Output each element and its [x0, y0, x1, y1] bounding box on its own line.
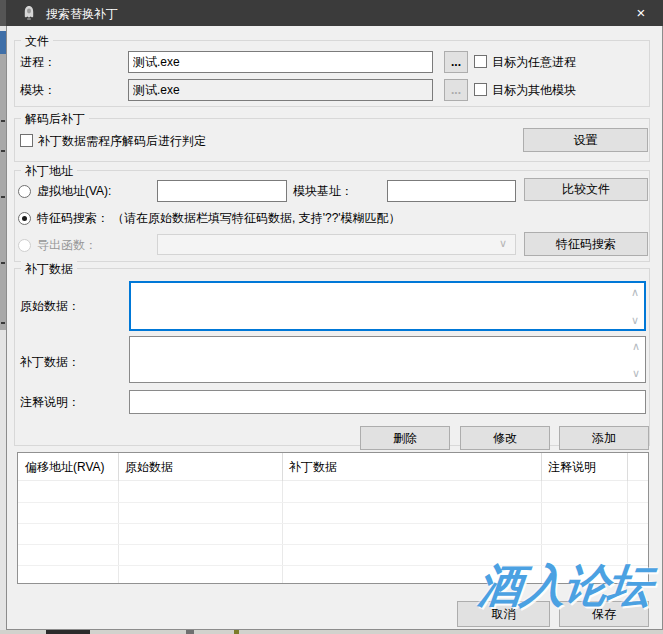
cancel-button[interactable]: 取消 — [457, 601, 550, 627]
scroll-down-icon[interactable]: ∨ — [632, 368, 640, 378]
module-label: 模块： — [20, 80, 56, 100]
patch-list-table[interactable]: 偏移地址(RVA) 原始数据 补丁数据 注释说明 — [17, 452, 649, 584]
scroll-up-icon[interactable]: ∧ — [632, 341, 640, 351]
save-button[interactable]: 保存 — [559, 601, 649, 627]
column-header-patch[interactable]: 补丁数据 — [282, 453, 541, 481]
add-button[interactable]: 添加 — [559, 426, 649, 450]
chevron-down-icon: ∨ — [499, 237, 507, 250]
signature-hint: （请在原始数据栏填写特征码数据, 支持'??'模糊匹配） — [112, 208, 401, 228]
modify-button[interactable]: 修改 — [460, 426, 550, 450]
other-module-checkbox[interactable] — [474, 83, 487, 96]
scroll-down-icon[interactable]: ∨ — [631, 315, 639, 325]
desktop: 搜索替换补丁 × 文件 进程： ... 目标为任意进程 模块： ... 目标为其… — [0, 0, 663, 634]
decode-checkbox[interactable] — [20, 134, 33, 147]
compare-file-button[interactable]: 比较文件 — [524, 178, 648, 201]
process-browse-button[interactable]: ... — [444, 51, 468, 73]
signature-label[interactable]: 特征码搜索： — [37, 208, 109, 228]
module-input — [128, 79, 433, 101]
decode-group-title: 解码后补丁 — [21, 111, 89, 128]
any-process-checkbox[interactable] — [474, 55, 487, 68]
app-icon — [21, 5, 37, 21]
other-module-label[interactable]: 目标为其他模块 — [492, 80, 576, 100]
original-data-label: 原始数据： — [20, 296, 80, 316]
any-process-label[interactable]: 目标为任意进程 — [492, 52, 576, 72]
original-data-textarea[interactable]: ∧ ∨ — [129, 281, 646, 331]
window-title: 搜索替换补丁 — [46, 6, 118, 23]
address-group-title: 补丁地址 — [21, 163, 77, 180]
column-header-rva[interactable]: 偏移地址(RVA) — [18, 453, 118, 481]
export-func-dropdown: ∨ — [157, 234, 516, 255]
comment-label: 注释说明： — [20, 392, 80, 412]
background-window-bottom-sliver — [0, 630, 663, 634]
table-header: 偏移地址(RVA) 原始数据 补丁数据 注释说明 — [18, 453, 648, 481]
patch-data-group-title: 补丁数据 — [21, 261, 77, 278]
column-header-comment[interactable]: 注释说明 — [541, 453, 627, 481]
close-icon[interactable]: × — [631, 3, 651, 23]
va-input[interactable] — [157, 180, 287, 202]
settings-button[interactable]: 设置 — [523, 128, 648, 152]
patch-data-textarea[interactable]: ∧ ∨ — [129, 336, 646, 383]
title-bar[interactable]: 搜索替换补丁 × — [6, 0, 663, 26]
column-header-original[interactable]: 原始数据 — [118, 453, 282, 481]
signature-search-button[interactable]: 特征码搜索 — [524, 232, 648, 256]
va-label[interactable]: 虚拟地址(VA): — [37, 181, 111, 201]
decode-checkbox-label[interactable]: 补丁数据需程序解码后进行判定 — [38, 131, 206, 151]
process-input[interactable] — [128, 51, 433, 73]
comment-input[interactable] — [129, 390, 646, 414]
scroll-up-icon[interactable]: ∧ — [631, 287, 639, 297]
patch-data-label: 补丁数据： — [20, 352, 80, 372]
module-base-label: 模块基址： — [293, 181, 353, 201]
va-radio[interactable] — [18, 185, 31, 198]
export-func-radio — [18, 239, 31, 252]
export-func-label: 导出函数： — [37, 235, 97, 255]
file-group-title: 文件 — [21, 33, 53, 50]
delete-button[interactable]: 删除 — [360, 426, 450, 450]
signature-radio[interactable] — [18, 212, 31, 225]
process-label: 进程： — [20, 52, 56, 72]
module-base-input[interactable] — [387, 180, 516, 202]
module-browse-button: ... — [444, 79, 468, 101]
